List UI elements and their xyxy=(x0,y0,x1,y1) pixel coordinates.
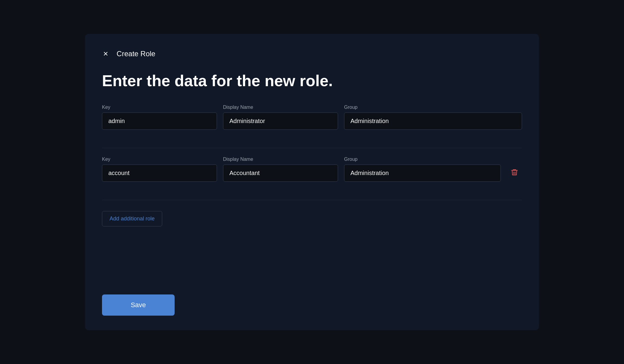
divider-2 xyxy=(102,200,522,200)
page-heading: Enter the data for the new role. xyxy=(102,71,522,90)
role1-group-label: Group xyxy=(344,105,522,110)
modal-title: Create Role xyxy=(117,50,155,58)
role-row-1: Key Display Name Group xyxy=(102,105,522,130)
save-button[interactable]: Save xyxy=(102,294,175,316)
role1-group-input[interactable] xyxy=(344,112,522,130)
role2-key-group: Key xyxy=(102,157,217,182)
close-button[interactable]: × xyxy=(102,48,109,59)
role1-key-label: Key xyxy=(102,105,217,110)
role1-group-group: Group xyxy=(344,105,522,130)
modal-header: × Create Role xyxy=(102,48,522,59)
role1-displayname-label: Display Name xyxy=(223,105,338,110)
role2-group-input[interactable] xyxy=(344,164,501,182)
divider-1 xyxy=(102,148,522,148)
role2-group-group: Group xyxy=(344,157,501,182)
role1-displayname-group: Display Name xyxy=(223,105,338,130)
role1-displayname-input[interactable] xyxy=(223,112,338,130)
trash-icon xyxy=(511,168,518,176)
role2-key-input[interactable] xyxy=(102,164,217,182)
role-section-1: Key Display Name Group xyxy=(102,105,522,130)
role1-key-input[interactable] xyxy=(102,112,217,130)
add-additional-role-button[interactable]: Add additional role xyxy=(102,211,162,226)
create-role-modal: × Create Role Enter the data for the new… xyxy=(85,34,539,330)
role2-displayname-label: Display Name xyxy=(223,157,338,162)
role-section-2: Key Display Name Group xyxy=(102,157,522,182)
role1-key-group: Key xyxy=(102,105,217,130)
role2-group-label: Group xyxy=(344,157,501,162)
role2-key-label: Key xyxy=(102,157,217,162)
role2-displayname-input[interactable] xyxy=(223,164,338,182)
role2-displayname-group: Display Name xyxy=(223,157,338,182)
delete-role2-button[interactable] xyxy=(507,164,522,181)
role-row-2: Key Display Name Group xyxy=(102,157,522,182)
